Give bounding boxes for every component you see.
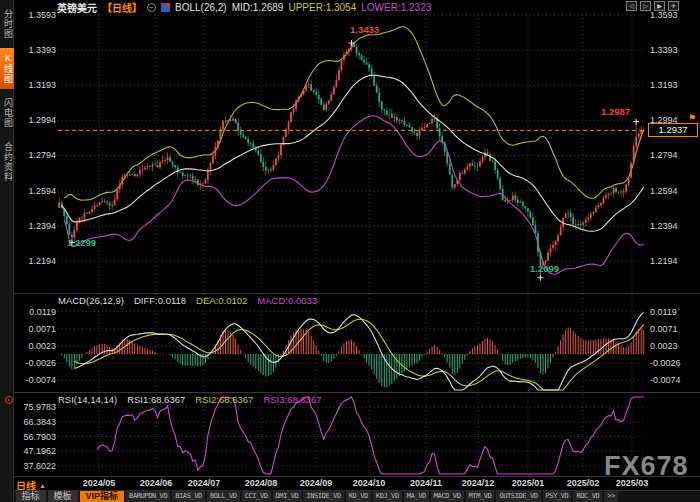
step-forward-icon[interactable]: ▷	[640, 1, 651, 11]
price-axis-label-left: 1.2394	[12, 221, 56, 231]
date-axis-label: 2024/12	[455, 478, 501, 488]
boll-lower-value: LOWER:1.2323	[361, 2, 431, 13]
rsi-line	[97, 397, 644, 474]
macd-axis-label-right: -0.0026	[650, 358, 681, 368]
rsi-axis-label: 66.3843	[12, 417, 56, 427]
date-axis-label: 2025/02	[560, 478, 606, 488]
price-axis-label-right: 1.3593	[650, 10, 678, 20]
january-low-annotation: 1.2099	[530, 263, 559, 274]
indicator-button-dmi_vd[interactable]: DMI_VD	[273, 491, 302, 502]
boll-lower-band	[64, 116, 643, 274]
macd-axis-label-left: -0.0026	[12, 358, 56, 368]
boll-upper-value: UPPER:1.3054	[288, 2, 356, 13]
sidebar-item-0[interactable]: 分时图	[0, 4, 14, 44]
rsi2-value: RSI2:68.6367	[195, 394, 253, 405]
more-indicators-button[interactable]: >>	[604, 491, 618, 502]
price-axis-label-left: 1.3393	[12, 45, 56, 55]
macd-diff-value: DIFF:0.0118	[134, 295, 186, 306]
period-tag: 【日线】	[102, 0, 142, 15]
indicator-button-ma_vd[interactable]: MA_VD	[404, 491, 429, 502]
indicator-button-roc_vd[interactable]: ROC_VD	[573, 491, 602, 502]
macd-axis-label-left: 0.0119	[12, 307, 56, 317]
macd-axis-label-left: 0.0071	[12, 324, 56, 334]
price-axis-label-right: 1.2794	[650, 150, 678, 160]
toolbar-tab-1[interactable]: 模板	[48, 491, 78, 502]
macd-dea-line	[74, 319, 643, 390]
indicator-button-bias_vd[interactable]: BIAS_VD	[172, 491, 205, 502]
symbol-name: 英镑美元	[57, 0, 97, 15]
macd-axis-label-right: -0.0074	[650, 375, 681, 385]
rsi-header: RSI(14,14,14) RSI1:68.6367 RSI2:68.6367 …	[58, 394, 321, 405]
boll-upper-band	[64, 27, 643, 200]
macd-hist-negative	[62, 354, 553, 388]
macd-axis-label-left: -0.0074	[12, 375, 56, 385]
date-axis-label: 2025/01	[505, 478, 551, 488]
macd-hist-value: MACD:0.0033	[257, 295, 317, 306]
chart-header: 英镑美元 【日线】 − BOLL(26,2) MID:1.2689 UPPER:…	[57, 1, 431, 13]
indicator-button-barupdn_vd[interactable]: BARUPDN_VD	[126, 491, 170, 502]
watermark: FX678	[604, 451, 689, 482]
up-candle-bodies	[58, 44, 644, 266]
price-axis-label-left: 1.3193	[12, 80, 56, 90]
indicator-settings-icon[interactable]	[161, 3, 170, 12]
macd-axis-label-left: 0.0023	[12, 341, 56, 351]
macd-axis-label-right: 0.0023	[650, 341, 678, 351]
sidebar-item-3[interactable]: 合约资料	[0, 137, 14, 187]
rsi3-value: RSI3:68.6367	[263, 394, 321, 405]
rsi1-value: RSI1:68.6367	[127, 394, 185, 405]
indicator-toolbar: ▦ 指标模板VIP指标BARUPDN_VDBIAS_VDBOLL_VDCCI_V…	[0, 490, 700, 502]
rsi-axis-label: 37.6022	[12, 461, 56, 471]
date-axis-label: 2024/06	[133, 478, 179, 488]
toolbar-tab-0[interactable]: 指标	[16, 491, 46, 502]
play-icon[interactable]: ▶	[654, 1, 665, 11]
date-axis-label: 2024/07	[181, 478, 227, 488]
macd-axis-label-right: 0.0071	[650, 324, 678, 334]
rsi-axis-label: 47.1962	[12, 446, 56, 456]
april-low-annotation: 1.2299	[67, 237, 96, 248]
chart-tool-buttons: ◁▷▶✛	[626, 1, 679, 11]
macd-header: MACD(26,12,9) DIFF:0.0118 DEA:0.0102 MAC…	[58, 295, 317, 306]
indicator-button-psy_vd[interactable]: PSY_VD	[543, 491, 572, 502]
date-axis-label: 2024/05	[76, 478, 122, 488]
peak-price-annotation: 1.3433	[350, 24, 379, 35]
indicator-button-inside_vd[interactable]: INSIDE_VD	[303, 491, 343, 502]
panel-separators	[14, 294, 700, 477]
price-axis-label-left: 1.2794	[12, 150, 56, 160]
indicator-button-kd_vd[interactable]: KD_VD	[346, 491, 371, 502]
indicator-button-mtm_vd[interactable]: MTM_VD	[466, 491, 495, 502]
up-candle-wicks	[59, 43, 643, 270]
boll-mid-value: MID:1.2689	[232, 2, 284, 13]
boll-label: BOLL(26,2)	[175, 2, 227, 13]
remove-indicator-icon[interactable]	[5, 396, 13, 404]
date-axis-label: 2024/09	[293, 478, 339, 488]
date-axis-label: 2024/10	[346, 478, 392, 488]
price-axis-label-right: 1.2594	[650, 186, 678, 196]
date-axis-label: 2024/11	[403, 478, 449, 488]
indicator-button-cci_vd[interactable]: CCI_VD	[242, 491, 271, 502]
chart-type-sidebar: 分时图K线图闪电图合约资料	[0, 0, 14, 502]
step-back-icon[interactable]: ◁	[626, 1, 637, 11]
toolbar-tab-2[interactable]: VIP指标	[80, 491, 125, 502]
last-price-box[interactable]: 1.2937	[648, 123, 698, 137]
price-axis-label-right: 1.2394	[650, 221, 678, 231]
indicator-button-outside_vd[interactable]: OUTSIDE_VD	[496, 491, 540, 502]
price-axis-label-right: 1.2194	[650, 256, 678, 266]
alert-flag-icon[interactable]: ⚑	[688, 113, 696, 123]
price-axis-label-left: 1.3593	[12, 10, 56, 20]
recent-high-annotation: 1.2987	[601, 106, 630, 117]
extreme-markers	[69, 40, 639, 281]
chart-canvas[interactable]	[0, 0, 700, 502]
indicator-button-kdj_vd[interactable]: KDJ_VD	[373, 491, 402, 502]
date-axis-label: 2024/08	[238, 478, 284, 488]
rsi-title: RSI(14,14,14)	[58, 394, 117, 405]
sidebar-item-1[interactable]: K线图	[0, 48, 14, 89]
crosshair-icon[interactable]: ✛	[668, 1, 679, 11]
rsi-axis-label: 56.7903	[12, 432, 56, 442]
indicator-button-macd_vd[interactable]: MACD_VD	[431, 491, 464, 502]
macd-title: MACD(26,12,9)	[58, 295, 124, 306]
price-axis-label-right: 1.3193	[650, 80, 678, 90]
sidebar-item-2[interactable]: 闪电图	[0, 93, 14, 133]
indicator-button-boll_vd[interactable]: BOLL_VD	[207, 491, 240, 502]
price-axis-label-right: 1.3393	[650, 45, 678, 55]
minus-circle-icon[interactable]: −	[147, 3, 156, 12]
